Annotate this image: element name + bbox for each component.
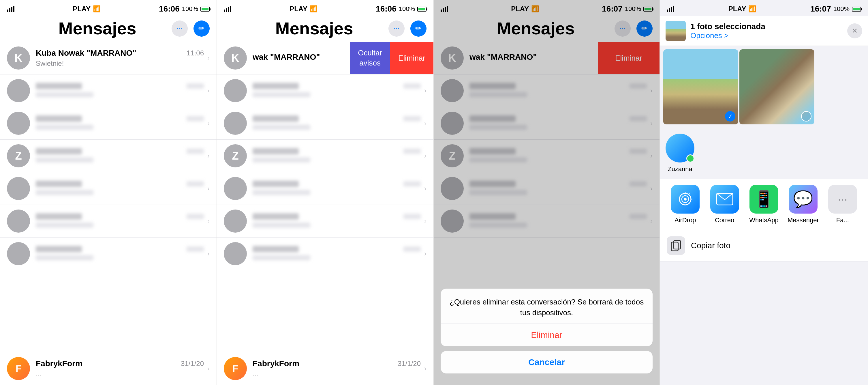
app-item-more[interactable]: ··· Fa... [823, 185, 862, 224]
app-item-mail[interactable]: Correo [705, 185, 744, 224]
share-thumbnail [665, 21, 686, 41]
list-item[interactable]: › [217, 172, 433, 205]
close-icon: ✕ [852, 27, 858, 35]
page-title-1: Mensajes [58, 19, 136, 38]
photo-thumb-2[interactable] [739, 49, 814, 124]
list-item[interactable]: Z › [0, 140, 217, 172]
status-right-2: 16:06 100% [376, 4, 427, 13]
chevron: › [207, 184, 210, 192]
compose-button-1[interactable]: ✏ [193, 21, 210, 37]
app-item-airdrop[interactable]: AirDrop [665, 185, 705, 224]
avatar [224, 177, 247, 200]
time-4: 16:07 [810, 4, 831, 13]
swipe-actions-2: Ocultar avisos Eliminar [350, 42, 433, 74]
hide-button[interactable]: Ocultar avisos [350, 42, 390, 74]
airdrop-label: AirDrop [675, 216, 696, 224]
compose-button-2[interactable]: ✏ [410, 21, 427, 37]
share-options-link[interactable]: Opciones > [690, 31, 847, 40]
list-item[interactable]: › [0, 238, 217, 270]
photo-selected-check: ✓ [725, 111, 735, 121]
copy-photo-label: Copiar foto [691, 241, 861, 250]
wifi-icon-4: 📶 [748, 5, 756, 13]
list-item[interactable]: › [217, 205, 433, 238]
avatar: Z [7, 144, 30, 168]
photo-thumb-1[interactable]: ✓ [663, 49, 738, 124]
message-row-kuba-1[interactable]: K Kuba Nowak "MARRANO" 11:06 Swietnie! › [0, 42, 217, 75]
list-item[interactable]: Z › [217, 140, 433, 172]
list-item[interactable]: › [217, 75, 433, 107]
airdrop-icon [671, 185, 700, 213]
nav-bar-2: Mensajes ··· ✏ [217, 16, 433, 42]
message-list-2: K wak "MARRANO" 11:06 › Ocultar avisos E… [217, 42, 433, 270]
person-badge-zuzanna [686, 154, 694, 162]
chevron: › [207, 250, 210, 258]
time-2: 16:06 [376, 4, 397, 13]
avatar [224, 112, 247, 135]
msg-time-kuba-1: 11:06 [187, 49, 204, 57]
mail-label: Correo [715, 216, 734, 224]
copy-photo-icon [667, 236, 685, 255]
wifi-icon-2: 📶 [310, 5, 317, 13]
delete-button-2[interactable]: Eliminar [390, 42, 433, 74]
wifi-icon-1: 📶 [93, 5, 101, 13]
avatar [224, 210, 247, 233]
list-item[interactable]: › [0, 75, 217, 107]
more-button-2[interactable]: ··· [389, 21, 405, 37]
chevron: › [424, 87, 427, 95]
chevron: › [424, 184, 427, 192]
msg-preview-kuba-1: Swietnie! [36, 59, 204, 67]
avatar-kuba-2: K [224, 47, 247, 69]
list-item[interactable]: › [0, 205, 217, 238]
share-title: 1 foto seleccionada [690, 22, 847, 31]
status-bar-2: PLAY 📶 16:06 100% [217, 0, 433, 16]
app-item-messenger[interactable]: 💬 Messenger [783, 185, 823, 224]
whatsapp-label: WhatsApp [749, 216, 779, 224]
carrier-name-2: PLAY [289, 5, 307, 13]
battery-icon-1 [200, 7, 210, 11]
svg-rect-7 [671, 242, 678, 251]
status-bar-4: PLAY 📶 16:07 100% [660, 0, 868, 16]
battery-percent-2: 100% [399, 5, 415, 13]
panel-4: PLAY 📶 16:07 100% 1 foto seleccionada Op… [660, 0, 868, 385]
app-item-whatsapp[interactable]: 📱 WhatsApp [744, 185, 783, 224]
people-row: Zuzanna [660, 128, 868, 179]
photo-strip: ✓ [660, 46, 868, 128]
avatar [224, 79, 247, 102]
copy-photo-row[interactable]: Copiar foto [660, 230, 868, 262]
panel-3: PLAY 📶 16:07 100% Mensajes ··· ✏ K wak "… [434, 0, 660, 385]
carrier-name-4: PLAY [728, 5, 746, 13]
avatar [7, 210, 30, 233]
more-apps-label: Fa... [836, 216, 849, 224]
message-row-kuba-2[interactable]: K wak "MARRANO" 11:06 › Ocultar avisos E… [217, 42, 433, 75]
chevron: › [424, 152, 427, 160]
battery-icon-2 [417, 7, 427, 11]
battery-icon-4 [852, 7, 861, 11]
avatar [7, 79, 30, 102]
carrier-1 [7, 6, 14, 12]
battery-percent-1: 100% [182, 5, 198, 13]
share-header-strip: 1 foto seleccionada Opciones > ✕ [660, 16, 868, 46]
list-item[interactable]: › [217, 238, 433, 270]
chevron: › [207, 87, 210, 95]
whatsapp-icon: 📱 [749, 185, 778, 213]
battery-percent-4: 100% [833, 5, 849, 13]
panel-1: PLAY 📶 16:06 100% Mensajes ··· ✏ K Kuba … [0, 0, 217, 385]
nav-actions-1: ··· ✏ [172, 21, 210, 37]
person-item-zuzanna[interactable]: Zuzanna [665, 134, 694, 173]
hide-label2: avisos [359, 59, 381, 67]
more-button-1[interactable]: ··· [172, 21, 188, 37]
avatar [7, 177, 30, 200]
list-item[interactable]: › [0, 107, 217, 140]
chevron: › [424, 119, 427, 127]
chevron: › [207, 119, 210, 127]
msg-name-kuba-1: Kuba Nowak "MARRANO" [36, 49, 136, 58]
person-name-zuzanna: Zuzanna [668, 166, 692, 173]
apps-row: AirDrop Correo 📱 WhatsApp 💬 Messenger ··… [660, 179, 868, 230]
msg-name-kuba-2: wak "MARRANO" [253, 53, 320, 62]
share-close-button[interactable]: ✕ [847, 23, 862, 38]
list-item[interactable]: › [0, 172, 217, 205]
list-item[interactable]: › [217, 107, 433, 140]
messenger-icon: 💬 [789, 185, 817, 213]
mail-icon [710, 185, 739, 213]
messenger-label: Messenger [787, 216, 819, 224]
